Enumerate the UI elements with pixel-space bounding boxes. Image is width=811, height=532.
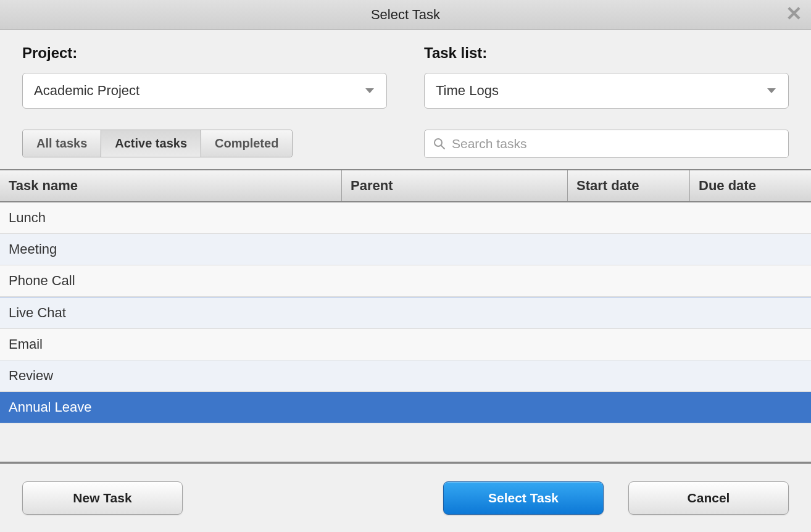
cell-name: Phone Call: [0, 265, 342, 296]
search-icon: [433, 138, 446, 150]
cell-parent: [342, 329, 568, 360]
cell-start: [568, 360, 690, 391]
cell-parent: [342, 360, 568, 391]
cell-due: [690, 360, 811, 391]
select-task-button[interactable]: Select Task: [443, 481, 604, 515]
svg-line-1: [441, 146, 444, 149]
search-input[interactable]: [452, 136, 780, 151]
cell-start: [568, 265, 690, 296]
table-header: Task name Parent Start date Due date: [0, 170, 811, 202]
cell-parent: [342, 234, 568, 265]
dialog-title: Select Task: [371, 7, 440, 23]
dialog-footer: New Task Select Task Cancel: [0, 463, 811, 532]
project-label: Project:: [22, 44, 387, 62]
cell-name: Lunch: [0, 202, 342, 233]
new-task-button[interactable]: New Task: [22, 481, 183, 515]
search-box[interactable]: [424, 130, 789, 158]
cell-due: [690, 329, 811, 360]
cell-start: [568, 234, 690, 265]
table-row[interactable]: Meeting: [0, 234, 811, 265]
cell-start: [568, 297, 690, 328]
cell-start: [568, 329, 690, 360]
cell-name: Meeting: [0, 234, 342, 265]
chevron-down-icon: [365, 88, 374, 93]
project-select-value: Academic Project: [34, 83, 139, 99]
select-task-dialog: Select Task ✕ Project: Academic Project …: [0, 0, 811, 532]
filter-tab-all[interactable]: All tasks: [23, 130, 101, 157]
table-row[interactable]: Annual Leave: [0, 392, 811, 423]
cell-parent: [342, 297, 568, 328]
table-row[interactable]: Email: [0, 329, 811, 360]
svg-point-0: [435, 139, 442, 146]
table-body: LunchMeetingPhone CallLive ChatEmailRevi…: [0, 202, 811, 462]
titlebar: Select Task ✕: [0, 0, 811, 30]
cell-parent: [342, 265, 568, 296]
table-row[interactable]: Review: [0, 360, 811, 392]
task-table: Task name Parent Start date Due date Lun…: [0, 169, 811, 463]
close-icon[interactable]: ✕: [786, 4, 802, 23]
cell-name: Review: [0, 360, 342, 391]
cell-due: [690, 392, 811, 423]
cell-parent: [342, 392, 568, 423]
cell-start: [568, 202, 690, 233]
filter-tab-active[interactable]: Active tasks: [101, 130, 201, 157]
col-task-name[interactable]: Task name: [0, 170, 342, 201]
table-row[interactable]: Lunch: [0, 202, 811, 234]
chevron-down-icon: [767, 88, 776, 93]
table-row[interactable]: Phone Call: [0, 265, 811, 297]
cell-due: [690, 265, 811, 296]
tasklist-select[interactable]: Time Logs: [424, 73, 789, 109]
cancel-button[interactable]: Cancel: [628, 481, 789, 515]
filter-tab-completed[interactable]: Completed: [201, 130, 292, 157]
cell-due: [690, 297, 811, 328]
filter-tabs: All tasks Active tasks Completed: [22, 130, 293, 157]
tasklist-select-value: Time Logs: [436, 83, 499, 99]
cell-due: [690, 202, 811, 233]
cell-start: [568, 392, 690, 423]
table-row[interactable]: Live Chat: [0, 297, 811, 329]
project-column: Project: Academic Project All tasks Acti…: [22, 44, 387, 158]
tasklist-column: Task list: Time Logs: [424, 44, 789, 158]
cell-name: Live Chat: [0, 297, 342, 328]
cell-name: Annual Leave: [0, 392, 342, 423]
cell-parent: [342, 202, 568, 233]
cell-name: Email: [0, 329, 342, 360]
tasklist-label: Task list:: [424, 44, 789, 62]
controls-row: Project: Academic Project All tasks Acti…: [0, 30, 811, 169]
project-select[interactable]: Academic Project: [22, 73, 387, 109]
col-parent[interactable]: Parent: [342, 170, 568, 201]
col-start-date[interactable]: Start date: [568, 170, 690, 201]
col-due-date[interactable]: Due date: [690, 170, 811, 201]
cell-due: [690, 234, 811, 265]
